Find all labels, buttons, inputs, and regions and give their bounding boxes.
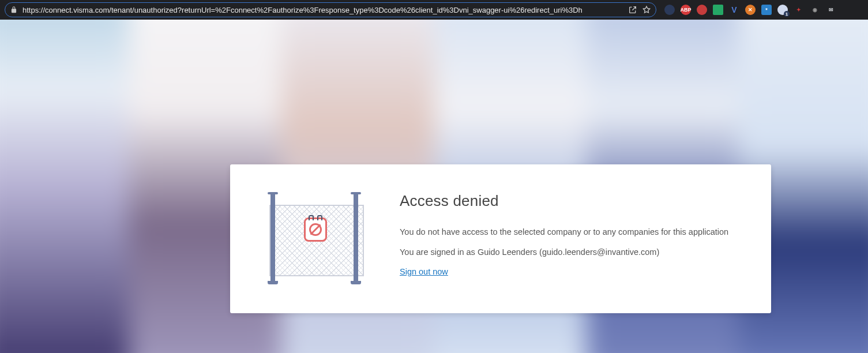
share-icon[interactable]: [628, 5, 637, 14]
omnibox[interactable]: [5, 2, 656, 17]
lock-icon: [10, 6, 18, 14]
access-denied-card: Access denied You do not have access to …: [230, 164, 771, 313]
page-heading: Access denied: [400, 192, 741, 210]
extension-asterisk-blue-icon[interactable]: *: [761, 5, 772, 15]
extension-v-blue-icon[interactable]: V: [729, 5, 739, 15]
page-viewport: Access denied You do not have access to …: [0, 20, 868, 353]
bookmark-star-icon[interactable]: [642, 5, 651, 14]
browser-toolbar: ABPV✕*1✦◉✉: [0, 0, 868, 20]
extension-badge: 1: [784, 11, 790, 17]
extension-circle-orange-icon[interactable]: ✕: [745, 5, 756, 15]
sign-out-link[interactable]: Sign out now: [400, 267, 448, 276]
extension-authy-red-icon[interactable]: [697, 5, 707, 15]
no-entry-icon: [304, 217, 327, 242]
denied-message: You do not have access to the selected c…: [400, 226, 741, 238]
extension-mail-grey-icon[interactable]: ✉: [826, 5, 836, 15]
fence-illustration: [260, 192, 370, 284]
url-input[interactable]: [22, 6, 623, 14]
extension-maple-red-icon[interactable]: ✦: [794, 5, 804, 15]
extension-square-green-icon[interactable]: [713, 5, 723, 15]
extension-row: ABPV✕*1✦◉✉: [661, 5, 836, 15]
extension-globe-icon[interactable]: 1: [777, 5, 788, 15]
extension-camera-grey-icon[interactable]: ◉: [810, 5, 820, 15]
signed-in-as: You are signed in as Guido Leenders (gui…: [400, 246, 741, 258]
extension-circle-blue-icon[interactable]: [664, 5, 675, 15]
extension-abp-icon[interactable]: ABP: [681, 5, 691, 15]
